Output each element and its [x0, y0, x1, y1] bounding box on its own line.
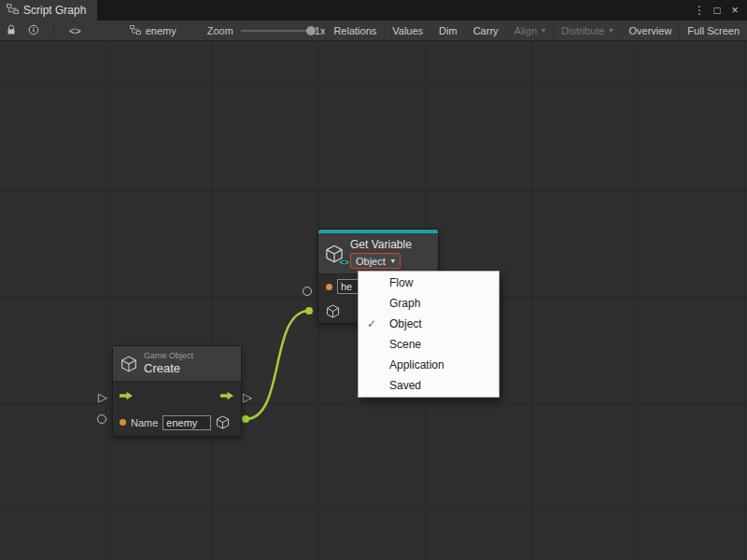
- menu-item-scene[interactable]: Scene: [359, 334, 499, 355]
- graph-name: enemy: [146, 25, 176, 36]
- create-flow-row: [113, 382, 241, 409]
- create-flow-out-port[interactable]: ▷: [243, 391, 252, 403]
- info-icon: [28, 24, 39, 37]
- create-value-in-port[interactable]: [97, 414, 106, 424]
- flow-input-icon[interactable]: [120, 387, 134, 404]
- getvar-node-header[interactable]: <> Get Variable Object ▾: [318, 233, 438, 274]
- dropdown-arrow-icon: ▾: [391, 257, 395, 265]
- value-port-icon: [120, 419, 126, 426]
- game-object-output-icon[interactable]: [216, 415, 230, 429]
- game-object-icon: [120, 356, 137, 372]
- toolbar-separator: [53, 24, 54, 36]
- name-label: Name: [131, 417, 158, 428]
- full-screen-button[interactable]: Full Screen: [679, 21, 747, 40]
- code-preview-button[interactable]: <>: [63, 21, 88, 40]
- menu-item-label: Scene: [389, 338, 421, 351]
- node-title: Create: [144, 361, 193, 376]
- align-label: Align: [514, 25, 537, 36]
- dim-button[interactable]: Dim: [430, 21, 465, 40]
- name-input[interactable]: [162, 415, 211, 430]
- value-port-icon: [326, 284, 332, 290]
- menu-item-saved[interactable]: Saved: [359, 375, 499, 396]
- script-graph-icon: [7, 4, 19, 17]
- breadcrumb-graph[interactable]: enemy: [125, 21, 181, 40]
- script-graph-window: Script Graph ⋮ □ × <> enemy Zoom: [0, 0, 747, 560]
- window-controls: ⋮ □ ×: [692, 0, 747, 21]
- wire-path: [246, 311, 309, 419]
- zoom-slider-handle[interactable]: [306, 26, 316, 35]
- align-button[interactable]: Align ▾: [506, 21, 553, 40]
- lock-icon: [6, 24, 17, 37]
- graph-icon: [130, 25, 141, 36]
- close-button[interactable]: ×: [727, 0, 742, 21]
- variable-kind-dropdown[interactable]: Object ▾: [350, 253, 401, 269]
- graph-canvas[interactable]: ▷ ▷ Game Object Create: [0, 41, 747, 560]
- values-button[interactable]: Values: [384, 21, 430, 40]
- tab-bar: Script Graph ⋮ □ ×: [0, 0, 747, 21]
- getvar-value-in-port[interactable]: [303, 287, 312, 296]
- maximize-button[interactable]: □: [710, 0, 725, 21]
- menu-item-label: Flow: [389, 276, 413, 289]
- toolbar-right-group: Relations Values Dim Carry Align ▾ Distr…: [325, 21, 747, 40]
- menu-item-label: Saved: [389, 379, 421, 392]
- code-icon: <>: [339, 258, 349, 267]
- menu-item-application[interactable]: Application: [359, 355, 499, 375]
- node-game-object-create[interactable]: Game Object Create Name: [112, 345, 242, 437]
- wire-start-dot[interactable]: [242, 415, 249, 423]
- window-menu-button[interactable]: ⋮: [692, 0, 707, 21]
- zoom-slider-track: [241, 30, 307, 32]
- lock-button[interactable]: [0, 21, 22, 40]
- dropdown-arrow-icon: ▾: [542, 26, 545, 35]
- distribute-label: Distribute: [561, 25, 604, 36]
- menu-item-graph[interactable]: Graph: [359, 293, 499, 314]
- variable-icon: <>: [325, 245, 344, 263]
- create-node-header[interactable]: Game Object Create: [113, 346, 241, 382]
- create-flow-in-port[interactable]: ▷: [98, 391, 107, 403]
- distribute-button[interactable]: Distribute ▾: [553, 21, 620, 40]
- tab-title: Script Graph: [23, 4, 86, 17]
- zoom-slider[interactable]: [241, 24, 307, 37]
- variable-kind-value: Object: [356, 256, 386, 267]
- overview-button[interactable]: Overview: [621, 21, 680, 40]
- dropdown-arrow-icon: ▾: [610, 26, 613, 35]
- zoom-value: 1x: [315, 25, 326, 36]
- flow-output-icon[interactable]: [220, 387, 234, 404]
- create-name-row: Name: [113, 409, 241, 436]
- zoom-label: Zoom: [207, 25, 233, 36]
- relations-button[interactable]: Relations: [325, 21, 384, 40]
- game-object-icon: [326, 304, 340, 318]
- menu-item-label: Object: [389, 317, 422, 330]
- carry-button[interactable]: Carry: [465, 21, 506, 40]
- menu-item-flow[interactable]: Flow: [359, 273, 499, 293]
- menu-item-label: Graph: [389, 297, 420, 310]
- info-button[interactable]: [22, 21, 45, 40]
- node-category: Game Object: [144, 351, 193, 361]
- menu-item-object[interactable]: ✓ Object: [359, 314, 499, 334]
- variable-kind-menu: Flow Graph ✓ Object Scene Application Sa…: [358, 271, 500, 398]
- node-title: Get Variable: [350, 238, 412, 251]
- tab-script-graph[interactable]: Script Graph: [0, 0, 97, 21]
- graph-toolbar: <> enemy Zoom 1x Relations Values Dim Ca…: [0, 21, 747, 41]
- check-icon: ✓: [367, 314, 376, 334]
- wire-end-dot[interactable]: [305, 307, 313, 315]
- menu-item-label: Application: [389, 358, 444, 371]
